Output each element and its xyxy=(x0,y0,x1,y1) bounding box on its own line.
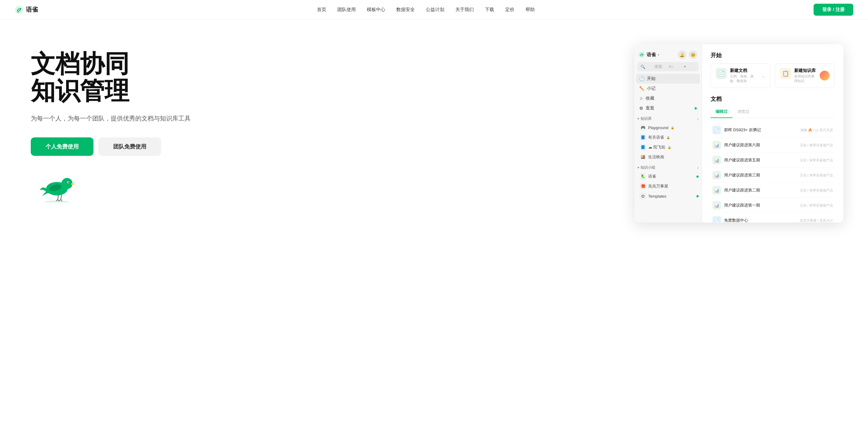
tuofeilun-icon: 📘 xyxy=(640,144,646,150)
doc-title-1: 用户建议跟进第六期 xyxy=(724,142,797,148)
svg-line-11 xyxy=(61,195,62,199)
yuque-kb-icon: 📘 xyxy=(640,134,646,140)
svg-line-8 xyxy=(58,195,58,199)
logo-text: 语雀 xyxy=(26,5,38,14)
nav-download[interactable]: 下载 xyxy=(485,7,494,12)
table-row[interactable]: 📊 用户建议跟进第六期 玉伯 / 来帮语雀做产品 xyxy=(711,138,835,153)
kb-tuofeilun-label: ☁ 陀飞轮 xyxy=(648,144,665,150)
new-kb-title: 新建知识库 xyxy=(794,68,817,73)
doc-icon-4: 📊 xyxy=(712,186,721,195)
group-expand-icon: › xyxy=(698,166,699,170)
app-preview: 语雀 ▾ 🔔 😊 🔍 搜索 ⌘J + 🕐 xyxy=(634,38,843,223)
group-item-yuque[interactable]: 🦜 语雀 xyxy=(634,171,702,181)
pencil-icon: ✏️ xyxy=(639,86,645,91)
table-row[interactable]: 📊 用户建议跟进第二期 玉伯 / 来帮语雀做产品 xyxy=(711,183,835,198)
bird-illustration xyxy=(31,166,80,202)
main-content: 开始 📄 新建文档 文档、表格、画板、数据表 ⌄ 📋 新建知识库 xyxy=(702,44,843,223)
new-kb-subtitle: 使用知识库整理知识 xyxy=(794,74,817,83)
chevron-right-icon: ▾ xyxy=(638,117,639,121)
sidebar-header: 语雀 ▾ 🔔 😊 xyxy=(634,48,702,62)
notification-icon[interactable]: 🔔 xyxy=(678,51,686,59)
nav-help[interactable]: 帮助 xyxy=(525,7,535,12)
kb-item-yuque[interactable]: 📘 有关语雀 🔒 xyxy=(634,132,702,142)
sidebar-item-explore-label: 逛逛 xyxy=(646,105,654,111)
new-doc-card[interactable]: 📄 新建文档 文档、表格、画板、数据表 ⌄ xyxy=(711,63,771,88)
sidebar-item-notes[interactable]: ✏️ 小记 xyxy=(636,84,700,93)
explore-dot xyxy=(694,107,697,109)
nav-security[interactable]: 数据安全 xyxy=(396,7,415,12)
new-doc-text: 新建文档 文档、表格、画板、数据表 xyxy=(730,68,758,83)
tab-edited[interactable]: 编辑过 xyxy=(711,107,733,118)
nav-templates[interactable]: 模板中心 xyxy=(367,7,385,12)
doc-meta-5: 玉伯 / 来帮语雀做产品 xyxy=(800,203,833,208)
hero-title: 文档协同 知识管理 xyxy=(31,51,616,104)
table-row[interactable]: 📄 群晖 DS923+ 折腾记 瀚雅 🔥 / 山 咫尺天涯 xyxy=(711,123,835,137)
sidebar-item-start[interactable]: 🕐 开始 xyxy=(636,74,700,84)
group-item-wanshu[interactable]: 🎁 兆兆万事屋 xyxy=(634,181,702,191)
table-row[interactable]: 📊 用户建议跟进第一期 玉伯 / 来帮语雀做产品 xyxy=(711,198,835,213)
new-doc-subtitle: 文档、表格、画板、数据表 xyxy=(730,74,758,83)
team-free-button[interactable]: 团队免费使用 xyxy=(98,137,161,156)
table-row[interactable]: 📄 免窝数据中心 兆兆万事屋 / 兆兆大计 xyxy=(711,213,835,223)
new-kb-card[interactable]: 📋 新建知识库 使用知识库整理知识 xyxy=(775,63,835,88)
lock-icon-yuque: 🔒 xyxy=(666,136,670,139)
search-icon: 🔍 xyxy=(641,65,652,69)
nav-about[interactable]: 关于我们 xyxy=(455,7,474,12)
doc-meta-0: 瀚雅 🔥 / 山 咫尺天涯 xyxy=(800,128,833,132)
group-yuque-label: 语雀 xyxy=(648,174,656,179)
tab-viewed[interactable]: 浏览过 xyxy=(733,107,754,118)
kb-item-life[interactable]: 🍱 生活映画 xyxy=(634,152,702,162)
new-doc-row: 📄 新建文档 文档、表格、画板、数据表 ⌄ 📋 新建知识库 使用知识库整理知识 xyxy=(711,63,835,88)
new-doc-chevron-icon: ⌄ xyxy=(761,73,765,79)
app-window: 语雀 ▾ 🔔 😊 🔍 搜索 ⌘J + 🕐 xyxy=(634,44,843,223)
sidebar-brand-text: 语雀 xyxy=(647,52,656,58)
playground-icon: 🎮 xyxy=(640,125,646,131)
doc-list: 📄 群晖 DS923+ 折腾记 瀚雅 🔥 / 山 咫尺天涯 📊 用户建议跟进第六… xyxy=(711,123,835,223)
login-register-button[interactable]: 登录 / 注册 xyxy=(813,4,853,16)
group-yuque-icon: 🦜 xyxy=(640,173,646,179)
svg-point-15 xyxy=(639,52,645,58)
kb-item-playground[interactable]: 🎮 Playground 🔒 xyxy=(634,123,702,132)
group-wanshu-label: 兆兆万事屋 xyxy=(648,184,668,189)
group-item-templates[interactable]: O Templates xyxy=(634,191,702,201)
table-row[interactable]: 📊 用户建议跟进第三期 玉伯 / 来帮语雀做产品 xyxy=(711,168,835,183)
doc-meta-3: 玉伯 / 来帮语雀做产品 xyxy=(800,173,833,178)
nav-home[interactable]: 首页 xyxy=(317,7,326,12)
star-icon: ☆ xyxy=(639,96,643,101)
sidebar-item-explore[interactable]: ⚙ 逛逛 xyxy=(636,103,700,113)
chevron-down-icon: ▾ xyxy=(658,53,659,57)
lock-icon-playground: 🔒 xyxy=(671,126,674,129)
sidebar-logo-icon xyxy=(639,52,645,58)
docs-section-title: 文档 xyxy=(711,95,835,103)
hero-bird xyxy=(31,166,616,204)
knowledge-section-label: 知识库 xyxy=(641,116,698,122)
kb-playground-label: Playground xyxy=(648,125,669,130)
kb-yuque-label: 有关语雀 xyxy=(648,135,664,140)
new-doc-icon: 📄 xyxy=(716,68,727,79)
sidebar-search[interactable]: 🔍 搜索 ⌘J + xyxy=(638,62,699,71)
group-wanshu-icon: 🎁 xyxy=(640,183,646,189)
sidebar-item-notes-label: 小记 xyxy=(647,86,655,91)
avatar-icon[interactable]: 😊 xyxy=(689,51,698,59)
table-row[interactable]: 📊 用户建议跟进第五期 玉伯 / 来帮语雀做产品 xyxy=(711,153,835,167)
nav-charity[interactable]: 公益计划 xyxy=(426,7,444,12)
svg-marker-4 xyxy=(71,183,75,185)
nav-team[interactable]: 团队使用 xyxy=(337,7,356,12)
logo[interactable]: 语雀 xyxy=(15,5,38,14)
new-kb-icon: 📋 xyxy=(780,68,791,79)
hero-section: 文档协同 知识管理 为每一个人，为每一个团队，提供优秀的文档与知识库工具 个人免… xyxy=(0,20,868,426)
kb-life-label: 生活映画 xyxy=(648,154,664,160)
sidebar-item-favorites[interactable]: ☆ 收藏 xyxy=(636,93,700,103)
doc-icon-5: 📊 xyxy=(712,201,721,209)
personal-free-button[interactable]: 个人免费使用 xyxy=(31,137,93,156)
group-yuque-dot xyxy=(696,175,699,178)
hero-left: 文档协同 知识管理 为每一个人，为每一个团队，提供优秀的文档与知识库工具 个人免… xyxy=(31,38,616,204)
kb-item-tuofeilun[interactable]: 📘 ☁ 陀飞轮 🔒 xyxy=(634,142,702,152)
sidebar-action-icons: 🔔 😊 xyxy=(678,51,698,59)
doc-title-4: 用户建议跟进第二期 xyxy=(724,188,797,193)
sidebar: 语雀 ▾ 🔔 😊 🔍 搜索 ⌘J + 🕐 xyxy=(634,44,702,223)
add-icon: + xyxy=(683,64,695,69)
life-icon: 🍱 xyxy=(640,154,646,160)
nav-pricing[interactable]: 定价 xyxy=(505,7,515,12)
group-list: 🦜 语雀 🎁 兆兆万事屋 O Templates xyxy=(634,171,702,201)
